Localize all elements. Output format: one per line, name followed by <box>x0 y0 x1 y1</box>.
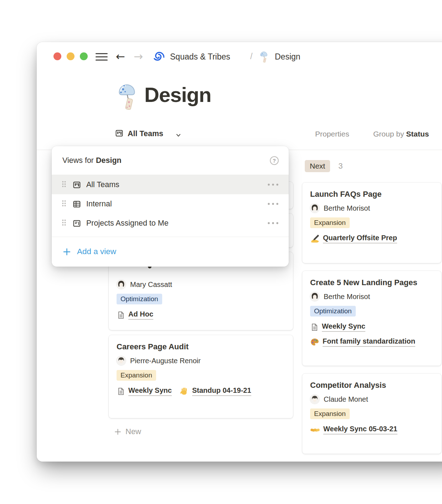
menu-icon[interactable] <box>96 53 108 61</box>
card-title: Launch FAQs Page <box>310 190 433 199</box>
avatar-claude-monet <box>310 395 319 404</box>
group-by-label: Group by <box>373 130 404 138</box>
add-view-button[interactable]: Add a view <box>52 237 289 267</box>
breadcrumb-workspace[interactable]: Squads & Tribes <box>170 52 230 62</box>
column-header-next[interactable]: Next 3 <box>305 160 343 172</box>
zoom-window-button[interactable] <box>80 52 88 60</box>
group-by-value: Status <box>406 130 429 138</box>
board-view-icon <box>72 180 81 189</box>
page-link[interactable]: Standup 04-19-21 <box>180 386 251 396</box>
assignee-name: Berthe Morisot <box>324 204 370 212</box>
raised-hand-icon <box>180 387 189 396</box>
chevron-down-icon[interactable] <box>175 132 181 140</box>
assignee-name: Claude Monet <box>324 395 368 403</box>
assignee-row: Mary Cassatt <box>117 280 285 289</box>
page-icon <box>117 387 125 396</box>
avatar-berthe-morisot <box>310 204 319 213</box>
page-link[interactable]: Weekly Sync <box>310 322 365 332</box>
board-card[interactable]: Launch FAQs Page Berthe Morisot Expansio… <box>302 182 441 263</box>
cyclone-icon <box>153 51 164 64</box>
board-card[interactable]: Careers Page Audit Pierre-Auguste Renoir… <box>109 335 293 418</box>
views-popup-heading: Views for Design <box>62 156 122 165</box>
assignee-row: Pierre-Auguste Renoir <box>117 356 285 365</box>
tag-badge: Optimization <box>310 306 356 317</box>
card-title: Careers Page Audit <box>117 342 285 351</box>
drag-handle-icon[interactable] <box>62 219 66 228</box>
drag-handle-icon[interactable] <box>62 180 66 189</box>
app-window: ← → Squads & Tribes / Design <box>37 42 442 462</box>
breadcrumb-separator: / <box>250 52 252 61</box>
page-link[interactable]: Quarterly Offsite Prep <box>310 234 397 243</box>
help-icon[interactable]: ? <box>269 156 279 165</box>
assignee-name: Pierre-Auguste Renoir <box>130 357 201 365</box>
page-icon <box>117 311 125 319</box>
table-view-icon <box>72 200 81 209</box>
assignee-row: Berthe Morisot <box>310 204 433 213</box>
views-popup: Views for Design ? <box>52 146 289 267</box>
close-window-button[interactable] <box>53 52 61 60</box>
handshake-icon <box>310 426 320 434</box>
page-link[interactable]: Weekly Sync <box>117 386 172 396</box>
page-link[interactable]: Weekly Sync 05-03-21 <box>310 425 397 434</box>
plus-icon <box>63 248 71 256</box>
board-view-icon <box>115 129 124 139</box>
back-arrow-icon[interactable]: ← <box>116 51 125 62</box>
page-title[interactable]: Design <box>144 83 211 107</box>
group-by-button[interactable]: Group by Status <box>373 130 429 138</box>
avatar-mary-cassatt <box>117 280 126 289</box>
assignee-name: Berthe Morisot <box>324 293 370 301</box>
minimize-window-button[interactable] <box>67 52 74 60</box>
assignee-row: Claude Monet <box>310 395 433 404</box>
column-count: 3 <box>338 161 343 171</box>
status-badge: Next <box>305 160 330 172</box>
properties-button[interactable]: Properties <box>315 130 349 138</box>
avatar-berthe-morisot <box>310 292 319 301</box>
new-card-button[interactable]: New <box>114 427 141 436</box>
forward-arrow-icon[interactable]: → <box>134 51 143 62</box>
view-option-all-teams[interactable]: All Teams <box>52 175 289 194</box>
plus-icon <box>114 428 122 436</box>
drag-handle-icon[interactable] <box>62 200 66 209</box>
page-icon-wind-chime[interactable] <box>113 81 141 111</box>
writing-hand-icon <box>310 234 320 243</box>
view-option-label: Internal <box>86 200 267 209</box>
tag-badge: Expansion <box>310 408 350 419</box>
palette-icon <box>310 338 319 347</box>
assignee-row: Berthe Morisot <box>310 292 433 301</box>
card-title: Create 5 New Landing Pages <box>310 278 433 287</box>
view-option-internal[interactable]: Internal <box>52 194 289 214</box>
tag-badge: Optimization <box>117 294 162 304</box>
view-option-projects-assigned-to-me[interactable]: Projects Assigned to Me <box>52 214 289 233</box>
tag-badge: Expansion <box>310 217 350 228</box>
wind-chime-icon <box>258 50 270 64</box>
card-title: Competitor Analysis <box>310 381 433 390</box>
current-view-selector[interactable]: All Teams <box>128 129 163 138</box>
view-option-label: Projects Assigned to Me <box>86 219 267 228</box>
more-options-icon[interactable] <box>267 221 279 225</box>
breadcrumb-page[interactable]: Design <box>275 52 300 62</box>
more-options-icon[interactable] <box>267 202 279 206</box>
tag-badge: Expansion <box>117 370 156 381</box>
board-card[interactable]: Create 5 New Landing Pages Berthe Moriso… <box>302 271 441 366</box>
page-link[interactable]: Font family standardization <box>310 337 415 347</box>
list-view-icon <box>72 219 81 228</box>
view-option-label: All Teams <box>86 180 267 189</box>
avatar-pierre-auguste-renoir <box>117 356 126 365</box>
assignee-name: Mary Cassatt <box>130 281 172 289</box>
more-options-icon[interactable] <box>267 183 279 186</box>
page-link[interactable]: Ad Hoc <box>117 310 153 320</box>
page-icon <box>310 323 319 331</box>
svg-text:?: ? <box>273 158 276 163</box>
board-card[interactable]: Competitor Analysis Claude Monet Expansi… <box>302 374 441 454</box>
